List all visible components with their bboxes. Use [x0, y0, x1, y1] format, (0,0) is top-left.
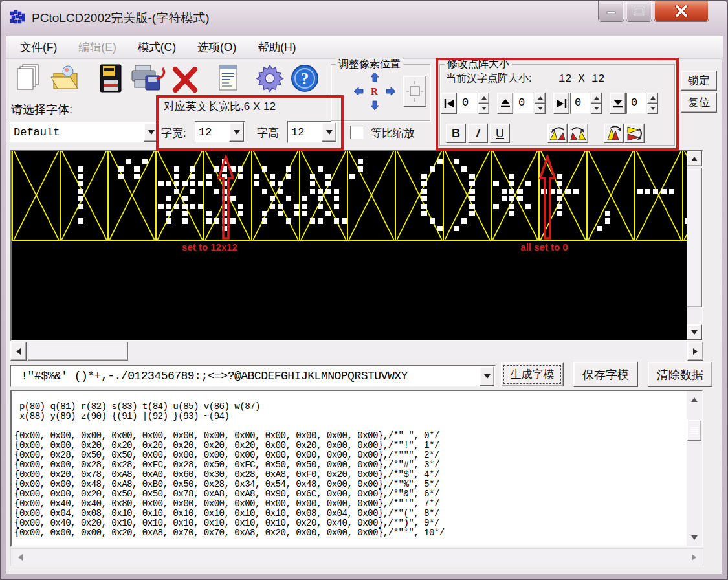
- glyph-cell-4[interactable]: [203, 151, 251, 240]
- minimize-button[interactable]: [598, 1, 624, 22]
- preview-vscroll-thumb[interactable]: [687, 168, 702, 307]
- export-save-button[interactable]: [130, 63, 166, 94]
- scroll-right-button[interactable]: [687, 342, 703, 361]
- char-width-combo[interactable]: 12: [195, 121, 245, 143]
- move-up-button[interactable]: [367, 71, 382, 84]
- trim-bottom-field[interactable]: 0: [626, 93, 646, 114]
- glyph-cell-14[interactable]: [682, 151, 687, 240]
- move-right-button[interactable]: [383, 85, 398, 98]
- save-button[interactable]: [95, 63, 126, 94]
- glyph-cell-9[interactable]: [443, 151, 491, 240]
- output-panel[interactable]: p(80) q(81) r(82) s(83) t(84) u(85) v(86…: [10, 390, 703, 547]
- trim-right-field[interactable]: 0: [570, 93, 590, 114]
- triangle-right-icon: [692, 554, 696, 561]
- lock-button[interactable]: 锁定: [681, 71, 717, 91]
- preview-hscrollbar[interactable]: [10, 342, 703, 361]
- trim-left-button[interactable]: [441, 93, 457, 114]
- close-icon: [674, 5, 689, 17]
- font-select-label: 请选择字体:: [11, 102, 72, 117]
- output-scroll-right[interactable]: [686, 549, 701, 566]
- glyph-preview-panel[interactable]: [10, 150, 703, 341]
- save-font-button[interactable]: 保存字模: [573, 362, 638, 387]
- preview-vscrollbar[interactable]: [687, 151, 702, 340]
- scroll-down-button[interactable]: [687, 324, 702, 340]
- pixel-position-title: 调整像素位置: [336, 58, 403, 71]
- close-button[interactable]: [654, 1, 709, 22]
- settings-button[interactable]: [254, 63, 285, 94]
- menu-bar: 文件(F)编辑(E)模式(C)选项(O)帮助(H): [6, 36, 723, 59]
- preview-hscroll-thumb[interactable]: [28, 342, 128, 361]
- output-text[interactable]: p(80) q(81) r(82) s(83) t(84) u(85) v(86…: [12, 400, 687, 555]
- trim-left-field[interactable]: 0: [458, 93, 478, 114]
- view-notes-button[interactable]: [212, 63, 243, 94]
- glyph-cell-7[interactable]: [347, 151, 395, 240]
- output-scroll-down[interactable]: [687, 530, 702, 544]
- glyph-cell-13[interactable]: [634, 151, 682, 240]
- trim-bottom-spinner[interactable]: [647, 93, 658, 114]
- output-scroll-up[interactable]: [687, 392, 702, 407]
- menu-help[interactable]: 帮助(H): [250, 37, 303, 58]
- maximize-button[interactable]: [626, 1, 652, 22]
- output-vscrollbar[interactable]: [687, 391, 702, 546]
- delete-button[interactable]: [170, 63, 201, 94]
- trim-top-spinner[interactable]: [535, 93, 546, 114]
- charmap-value: !"#$%&' ()*+,-./0123456789:;<=>?@ABCDEFG…: [11, 370, 479, 383]
- underline-button[interactable]: U: [490, 124, 510, 143]
- bold-button[interactable]: B: [446, 124, 466, 143]
- char-width-arrow[interactable]: [229, 122, 244, 142]
- char-height-combo[interactable]: 12: [287, 121, 338, 143]
- menu-options[interactable]: 选项(O): [190, 37, 244, 58]
- open-file-button[interactable]: [50, 63, 81, 94]
- italic-button[interactable]: /: [468, 124, 488, 143]
- glyph-cell-0[interactable]: [12, 151, 60, 240]
- move-left-button[interactable]: [351, 85, 366, 98]
- charmap-combo-arrow[interactable]: [480, 366, 494, 386]
- trim-bottom-button[interactable]: [610, 93, 626, 114]
- charmap-combo[interactable]: !"#$%&' ()*+,-./0123456789:;<=>?@ABCDEFG…: [10, 365, 496, 387]
- glyph-cell-11[interactable]: [538, 151, 586, 240]
- help-button[interactable]: ?: [289, 63, 320, 94]
- output-vscroll-thumb[interactable]: [687, 420, 701, 441]
- new-document-button[interactable]: [14, 63, 45, 94]
- proportional-scale-checkbox[interactable]: [350, 126, 364, 139]
- clear-data-button[interactable]: 清除数据: [648, 362, 712, 387]
- font-combo-arrow[interactable]: [144, 123, 159, 142]
- center-glyph-button[interactable]: [403, 76, 426, 107]
- reset-button[interactable]: 复位: [681, 93, 717, 113]
- move-down-button[interactable]: [367, 99, 382, 112]
- glyph-cell-3[interactable]: [155, 151, 203, 240]
- trim-left-spinner[interactable]: [478, 93, 489, 114]
- trim-top-field[interactable]: 0: [514, 93, 534, 114]
- font-select-combo[interactable]: Default: [10, 122, 160, 143]
- char-height-arrow[interactable]: [322, 122, 336, 142]
- char-width-value: 12: [195, 126, 228, 139]
- flip-horizontal-button[interactable]: [604, 124, 624, 143]
- trim-right-button[interactable]: [553, 93, 569, 114]
- glyph-cell-5[interactable]: [251, 151, 299, 240]
- flip-vertical-button[interactable]: [624, 124, 645, 143]
- glyph-area[interactable]: [12, 151, 687, 340]
- scroll-up-button[interactable]: [687, 151, 702, 166]
- generate-button[interactable]: 生成字模: [501, 362, 564, 386]
- current-matrix-value: 12 X 12: [558, 72, 604, 85]
- maximize-icon: [634, 6, 645, 16]
- output-scroll-left[interactable]: [12, 549, 28, 566]
- rotate-left-button[interactable]: [547, 124, 568, 143]
- menu-file[interactable]: 文件(F): [12, 37, 65, 58]
- trim-right-spinner[interactable]: [591, 93, 602, 114]
- trim-top-button[interactable]: [497, 93, 513, 114]
- glyph-cell-6[interactable]: [299, 151, 347, 240]
- glyph-cell-2[interactable]: [107, 151, 155, 240]
- glyph-cell-1[interactable]: [60, 151, 107, 240]
- menu-mode[interactable]: 模式(C): [130, 37, 184, 58]
- grid-baseline: [12, 240, 687, 241]
- help-icon: ?: [289, 63, 320, 94]
- title-bar[interactable]: PCtoLCD2002完美版-(字符模式): [1, 1, 727, 36]
- glyph-cell-10[interactable]: [491, 151, 538, 240]
- glyph-cell-12[interactable]: [586, 151, 634, 240]
- glyph-cell-8[interactable]: [395, 151, 443, 240]
- rotate-right-button[interactable]: [568, 124, 588, 143]
- scroll-left-button[interactable]: [10, 342, 27, 361]
- reset-position-button[interactable]: R: [367, 85, 382, 98]
- output-hscrollbar[interactable]: [10, 548, 703, 566]
